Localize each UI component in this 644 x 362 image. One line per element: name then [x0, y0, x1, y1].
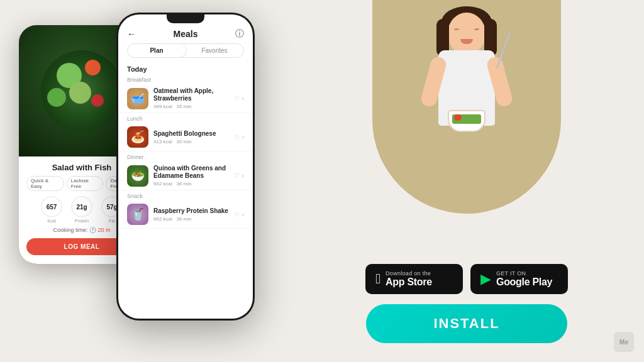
- meal-name-oatmeal: Oatmeal with Apple, Strawberries: [153, 87, 234, 102]
- section-today: Today: [118, 63, 253, 74]
- meal-heart-oatmeal[interactable]: ♡: [234, 95, 240, 102]
- meal-item-spaghetti[interactable]: 🍝 Spaghetti Bolognese 413 kcal 30 min ♡ …: [118, 123, 253, 151]
- meal-chevron-spaghetti[interactable]: ›: [242, 134, 244, 141]
- meal-chevron-quinoa[interactable]: ›: [242, 172, 244, 179]
- google-play-button[interactable]: ▶ GET IT ON Google Play: [470, 264, 568, 294]
- stat-kcal: 657 Kcal: [41, 196, 62, 223]
- google-play-main-label: Google Play: [496, 277, 552, 288]
- meal-meta-shake: 662 kcal 36 min: [153, 216, 234, 222]
- app-store-sub-label: Download on the: [386, 270, 432, 277]
- category-breakfast: Breakfast: [118, 74, 253, 84]
- app-store-main-label: App Store: [386, 277, 432, 288]
- meal-heart-spaghetti[interactable]: ♡: [234, 134, 240, 141]
- watermark: Me: [614, 332, 634, 352]
- category-snack: Snack: [118, 190, 253, 200]
- meal-meta-quinoa: 662 kcal 36 min: [153, 181, 234, 187]
- meal-name-spaghetti: Spaghetti Bolognese: [153, 130, 234, 138]
- meal-name-shake: Raspberry Protein Shake: [153, 207, 234, 215]
- google-play-sub-label: GET IT ON: [496, 270, 552, 277]
- tag-lactose: Lactose Free: [67, 176, 104, 191]
- install-button[interactable]: INSTALL: [366, 304, 567, 343]
- phone-front-mockup: ← Meals ⓘ Plan Favorites Today Breakfast…: [116, 13, 255, 321]
- meals-tabs: Plan Favorites: [127, 43, 244, 58]
- left-section: ← ♡ Salad with Fish Quick & Easy Lactose…: [0, 0, 289, 362]
- google-play-icon: ▶: [480, 272, 491, 286]
- tab-favorites[interactable]: Favorites: [186, 44, 243, 57]
- meal-chevron-shake[interactable]: ›: [242, 211, 244, 218]
- meals-back-arrow[interactable]: ←: [127, 29, 136, 39]
- app-store-button[interactable]:  Download on the App Store: [365, 264, 463, 294]
- apple-icon: : [375, 272, 380, 286]
- meal-chevron-oatmeal[interactable]: ›: [242, 95, 244, 102]
- phone-notch: [167, 14, 204, 23]
- meal-image-spaghetti: 🍝: [127, 126, 148, 148]
- category-lunch: Lunch: [118, 113, 253, 123]
- tag-quick: Quick & Easy: [26, 176, 64, 191]
- category-dinner: Dinner: [118, 151, 253, 162]
- meal-item-shake[interactable]: 🥤 Raspberry Protein Shake 662 kcal 36 mi…: [118, 200, 253, 229]
- stat-protein: 21g Protein: [71, 196, 92, 223]
- woman-photo-background: [372, 0, 561, 214]
- meals-info-icon[interactable]: ⓘ: [235, 28, 244, 40]
- meal-image-shake: 🥤: [127, 204, 148, 225]
- meal-name-quinoa: Quinoa with Greens and Edamame Beans: [153, 165, 234, 180]
- tab-plan[interactable]: Plan: [128, 44, 186, 57]
- meals-title: Meals: [174, 29, 198, 39]
- meal-image-quinoa: 🥗: [127, 165, 148, 187]
- right-section:  Download on the App Store ▶ GET IT ON …: [289, 0, 644, 362]
- download-buttons:  Download on the App Store ▶ GET IT ON …: [365, 264, 568, 294]
- meal-meta-oatmeal: 489 kcal 35 min: [153, 104, 234, 109]
- meal-image-oatmeal: 🥣: [127, 88, 148, 109]
- back-arrow[interactable]: ←: [26, 31, 36, 42]
- meal-meta-spaghetti: 413 kcal 30 min: [153, 139, 234, 145]
- meal-heart-quinoa[interactable]: ♡: [234, 172, 240, 179]
- meal-item-quinoa[interactable]: 🥗 Quinoa with Greens and Edamame Beans 6…: [118, 162, 253, 190]
- meals-header: ← Meals ⓘ: [118, 23, 253, 43]
- meal-item-oatmeal[interactable]: 🥣 Oatmeal with Apple, Strawberries 489 k…: [118, 84, 253, 113]
- meal-heart-shake[interactable]: ♡: [234, 211, 240, 218]
